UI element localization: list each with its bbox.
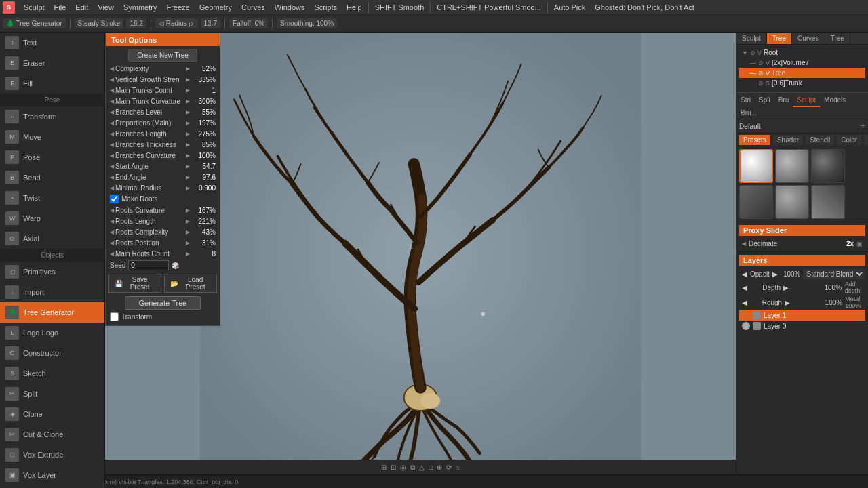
depth-row: ◀ Depth ▶ 100% Add depth [739, 280, 865, 295]
sidebar-item-move[interactable]: M Move [0, 127, 104, 147]
viewport-icon-5[interactable]: △ [419, 464, 425, 471]
blend-mode-select[interactable]: Standard Blend [803, 269, 865, 279]
seed-row: Seed 🎲 [106, 259, 220, 272]
sidebar-item-coat[interactable]: C Coat [0, 485, 104, 488]
menu-ghosted[interactable]: Ghosted: Don't Pick, Don't Act [590, 2, 699, 13]
menu-edit[interactable]: Edit [71, 2, 93, 13]
sidebar-item-clone[interactable]: ◈ Clone [0, 404, 104, 424]
sidebar-item-eraser[interactable]: E Eraser [0, 53, 104, 73]
menu-curves[interactable]: Curves [237, 2, 270, 13]
scene-node-volume7[interactable]: — ⊘ V [2x]Volume7 [739, 58, 865, 68]
sidebar-item-constructor[interactable]: C Constructor [0, 343, 104, 363]
proportions-main-row: ◀ Proportions (Main) ▶ 197% [106, 117, 220, 128]
menu-scripts[interactable]: Scripts [309, 2, 342, 13]
scene-node-root[interactable]: ▼ ⊘ V Root [739, 47, 865, 58]
sidebar-item-vox-extrude[interactable]: □ Vox Extrude [0, 445, 104, 465]
mat-ball-star[interactable] [811, 185, 845, 219]
sidebar-item-text[interactable]: T Text [0, 33, 104, 53]
toolbar-tool-name[interactable]: 🌲 Tree Generator [3, 18, 66, 28]
create-new-tree-button[interactable]: Create New Tree [128, 49, 197, 62]
seed-random-button[interactable]: 🎲 [172, 262, 179, 269]
menu-auto-pick[interactable]: Auto Pick [549, 2, 590, 13]
sidebar-item-transform[interactable]: ↔ Transform [0, 106, 104, 127]
viewport-icon-2[interactable]: ⊡ [391, 464, 396, 471]
tab-sculpt-tree-tree[interactable]: Tree [767, 33, 792, 44]
menu-windows[interactable]: Windows [270, 2, 310, 13]
tab-bru2[interactable]: Bru... [736, 107, 761, 119]
roots-length-row: ◀ Roots Length ▶ 221% [106, 216, 220, 226]
toolbar-falloff[interactable]: Falloff: 0% [229, 18, 268, 28]
sidebar-item-pose[interactable]: P Pose [0, 147, 104, 167]
sidebar-item-import[interactable]: ↓ Import [0, 282, 104, 302]
vox-layer-icon: ▣ [5, 468, 19, 482]
tab-curves[interactable]: Curves [792, 33, 825, 44]
tab-color[interactable]: Color [837, 135, 861, 145]
generate-tree-button[interactable]: Generate Tree [125, 296, 201, 310]
transform-checkbox[interactable] [110, 312, 119, 321]
tab-sculpt-tree-sculpt[interactable]: Sculpt [736, 33, 767, 44]
mat-ball-dark[interactable] [811, 149, 845, 183]
sidebar-item-tree-generator[interactable]: 🌲 Tree Generator [0, 302, 104, 323]
viewport-icon-7[interactable]: ⊕ [437, 464, 442, 471]
sidebar-item-sketch[interactable]: S Sketch [0, 363, 104, 384]
tab-models[interactable]: Models [820, 94, 850, 107]
viewport-icon-1[interactable]: ⊞ [381, 464, 387, 471]
save-preset-button[interactable]: 💾 Save Preset [108, 274, 161, 293]
tab-shader[interactable]: Shader [773, 135, 803, 145]
menu-geometry[interactable]: Geometry [195, 2, 237, 13]
sidebar-item-split[interactable]: ✂ Split [0, 384, 104, 404]
scene-node-tree[interactable]: — ⊘ V Tree [739, 68, 865, 78]
tab-stencil[interactable]: Stencil [806, 135, 834, 145]
add-preset-button[interactable]: + [861, 121, 865, 131]
menu-ctrl-shift[interactable]: CTRL+SHIFT Powerful Smoo... [432, 2, 546, 13]
viewport-icon-4[interactable]: ⧉ [410, 464, 415, 472]
viewport-icon-6[interactable]: □ [429, 464, 433, 471]
menu-help[interactable]: Help [342, 2, 367, 13]
tab-bru[interactable]: Bru [774, 94, 793, 107]
viewport-icon-9[interactable]: ⌂ [456, 464, 460, 471]
sidebar-item-warp[interactable]: W Warp [0, 208, 104, 228]
menu-shift-smooth[interactable]: SHIFT Smooth [370, 2, 429, 13]
menu-freeze[interactable]: Freeze [161, 2, 194, 13]
tab-spli[interactable]: Spli [755, 94, 774, 107]
scene-node-trunk[interactable]: ⊘ S [0.6]Trunk [739, 78, 865, 88]
seed-input[interactable] [128, 260, 169, 270]
transform-row[interactable]: Transform [106, 311, 220, 323]
tab-stri[interactable]: Stri [736, 94, 755, 107]
toolbar-steady-value[interactable]: 16.2 [126, 18, 146, 28]
load-preset-button[interactable]: 📂 Load Preset [164, 274, 217, 293]
layer-item-1[interactable]: Layer 1 [739, 310, 865, 321]
toolbar-smoothing[interactable]: Smoothing: 100% [277, 18, 337, 28]
tab-more[interactable]: ... [864, 135, 868, 145]
menu-view[interactable]: View [93, 2, 119, 13]
menu-file[interactable]: File [50, 2, 71, 13]
toolbar-steady-stroke[interactable]: Steady Stroke [75, 18, 124, 28]
toolbar-radius-value[interactable]: 13.7 [201, 18, 220, 28]
viewport-icon-3[interactable]: ◎ [400, 464, 406, 471]
mat-ball-white[interactable] [739, 149, 773, 183]
main-trunks-count-row: ◀ Main Trunks Count ▶ 1 [106, 85, 220, 96]
tab-tree2[interactable]: Tree [825, 33, 850, 44]
viewport-icon-8[interactable]: ⟳ [446, 464, 452, 471]
toolbar-radius-label: ◁ Radius ▷ [155, 18, 198, 28]
mat-ball-grey[interactable] [775, 149, 809, 183]
layer-item-0[interactable]: Layer 0 [739, 321, 865, 331]
make-roots-row[interactable]: Make Roots [106, 193, 220, 205]
menu-separator2 [430, 2, 431, 13]
menu-symmetry[interactable]: Symmetry [119, 2, 162, 13]
mat-ball-cylinder[interactable] [739, 185, 773, 219]
sidebar-item-vox-layer[interactable]: ▣ Vox Layer [0, 465, 104, 485]
menu-sculpt[interactable]: Sculpt [19, 2, 50, 13]
layer-1-eye-icon [742, 311, 750, 319]
sidebar-item-primitives[interactable]: ◻ Primitives [0, 262, 104, 282]
sidebar-item-fill[interactable]: F Fill [0, 73, 104, 94]
sidebar-item-axial[interactable]: ⊙ Axial [0, 228, 104, 249]
sidebar-item-bend[interactable]: B Bend [0, 167, 104, 188]
make-roots-checkbox[interactable] [110, 195, 119, 203]
sidebar-item-cut-clone[interactable]: ✂ Cut & Clone [0, 424, 104, 445]
tab-sculpt-models[interactable]: Sculpt [793, 94, 820, 107]
sidebar-item-twist[interactable]: ~ Twist [0, 188, 104, 208]
tab-presets[interactable]: Presets [739, 135, 770, 145]
sidebar-item-logo[interactable]: L Logo Logo [0, 323, 104, 343]
mat-ball-ring[interactable] [775, 185, 809, 219]
